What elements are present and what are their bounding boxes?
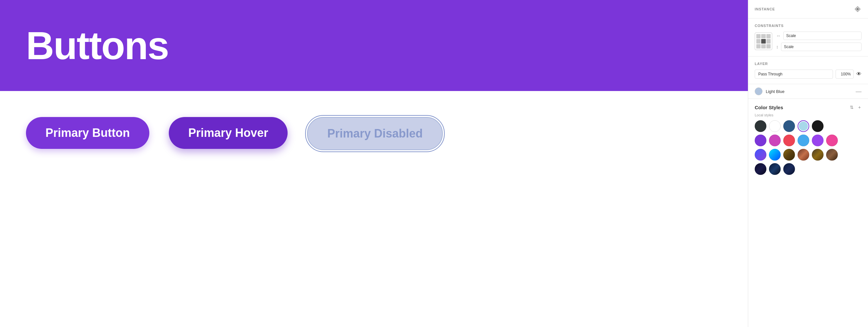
instance-section: INSTANCE bbox=[748, 0, 868, 19]
fill-label: Light Blue bbox=[766, 89, 852, 94]
swatch-magenta[interactable] bbox=[769, 135, 781, 146]
swatch-dark-space-3[interactable] bbox=[783, 163, 795, 175]
layer-opacity-input[interactable] bbox=[836, 70, 854, 79]
swatch-light-blue[interactable] bbox=[798, 120, 809, 132]
constraints-label: CONSTRAINTS bbox=[755, 24, 862, 28]
layer-mode-select[interactable]: Pass Through Normal Darken Multiply Colo… bbox=[755, 70, 833, 79]
swatch-photo-3[interactable] bbox=[812, 149, 824, 161]
constraint-dot bbox=[766, 34, 771, 38]
instance-icon[interactable] bbox=[854, 5, 862, 13]
layer-controls: Pass Through Normal Darken Multiply Colo… bbox=[755, 70, 862, 79]
layer-section: LAYER Pass Through Normal Darken Multipl… bbox=[748, 57, 868, 84]
swatch-dark-space-2[interactable] bbox=[769, 163, 781, 175]
canvas-header: Buttons bbox=[0, 0, 748, 91]
constraints-grid: ↔ Scale Fixed Left Right Center Left & R… bbox=[755, 31, 862, 51]
constraint-dot bbox=[766, 39, 771, 43]
constraint-v-row: ↕ Scale Fixed Top Bottom Center Top & Bo… bbox=[776, 43, 862, 51]
swatch-blue-gradient[interactable] bbox=[755, 149, 766, 161]
swatch-dark-space-1[interactable] bbox=[755, 163, 766, 175]
instance-label: INSTANCE bbox=[755, 7, 775, 11]
right-panel: INSTANCE CONSTRAINTS bbox=[748, 0, 868, 327]
swatches-row-1 bbox=[755, 120, 862, 132]
constraint-grid-box bbox=[755, 32, 772, 50]
swatch-violet[interactable] bbox=[812, 135, 824, 146]
fill-color-swatch[interactable] bbox=[755, 87, 763, 95]
constraint-h-row: ↔ Scale Fixed Left Right Center Left & R… bbox=[776, 31, 862, 40]
constraint-dot bbox=[766, 44, 771, 49]
color-styles-header: Color Styles ⇅ + bbox=[755, 104, 862, 110]
swatch-pink[interactable] bbox=[826, 135, 838, 146]
constraint-dot bbox=[756, 39, 761, 43]
constraint-dot bbox=[761, 44, 766, 49]
fill-row: Light Blue — bbox=[748, 84, 868, 99]
constraints-section: CONSTRAINTS ↔ Scale Fixed L bbox=[748, 19, 868, 57]
sort-styles-button[interactable]: ⇅ bbox=[849, 104, 855, 110]
constraint-v-select[interactable]: Scale Fixed Top Bottom Center Top & Bott… bbox=[781, 43, 862, 51]
color-styles-section: Color Styles ⇅ + Local styles bbox=[748, 99, 868, 183]
constraint-h-select[interactable]: Scale Fixed Left Right Center Left & Rig… bbox=[783, 31, 862, 40]
page-title: Buttons bbox=[26, 23, 168, 68]
swatches-row-3 bbox=[755, 149, 862, 161]
h-arrow-icon: ↔ bbox=[776, 33, 781, 38]
color-styles-actions: ⇅ + bbox=[849, 104, 862, 110]
swatch-photo-4[interactable] bbox=[826, 149, 838, 161]
swatch-cyan-gradient[interactable] bbox=[769, 149, 781, 161]
swatches-row-4 bbox=[755, 163, 862, 175]
color-styles-title: Color Styles bbox=[755, 105, 783, 110]
canvas-area: Buttons Primary Button Primary Hover Pri… bbox=[0, 0, 748, 327]
local-styles-label: Local styles bbox=[755, 113, 862, 117]
swatch-purple[interactable] bbox=[755, 135, 766, 146]
constraint-dot bbox=[761, 34, 766, 38]
visibility-icon[interactable]: 👁 bbox=[856, 71, 862, 77]
swatch-coral[interactable] bbox=[783, 135, 795, 146]
constraint-selects: ↔ Scale Fixed Left Right Center Left & R… bbox=[776, 31, 862, 51]
swatch-dark-blue[interactable] bbox=[783, 120, 795, 132]
constraint-dot bbox=[756, 34, 761, 38]
swatch-black[interactable] bbox=[812, 120, 824, 132]
swatch-photo-2[interactable] bbox=[798, 149, 809, 161]
swatches-row-2 bbox=[755, 135, 862, 146]
fill-remove-button[interactable]: — bbox=[856, 88, 862, 95]
primary-button[interactable]: Primary Button bbox=[26, 117, 149, 149]
v-arrow-icon: ↕ bbox=[776, 44, 778, 49]
primary-disabled-button: Primary Disabled bbox=[307, 117, 443, 150]
buttons-section: Primary Button Primary Hover Primary Dis… bbox=[0, 91, 748, 327]
primary-hover-button[interactable]: Primary Hover bbox=[169, 117, 288, 149]
constraint-dot bbox=[756, 44, 761, 49]
add-style-button[interactable]: + bbox=[858, 104, 862, 110]
layer-label: LAYER bbox=[755, 62, 862, 66]
swatch-white[interactable] bbox=[769, 120, 781, 132]
constraint-dot-active bbox=[761, 39, 766, 43]
swatch-photo-1[interactable] bbox=[783, 149, 795, 161]
swatch-sky-blue[interactable] bbox=[798, 135, 809, 146]
swatch-dark-gray[interactable] bbox=[755, 120, 766, 132]
